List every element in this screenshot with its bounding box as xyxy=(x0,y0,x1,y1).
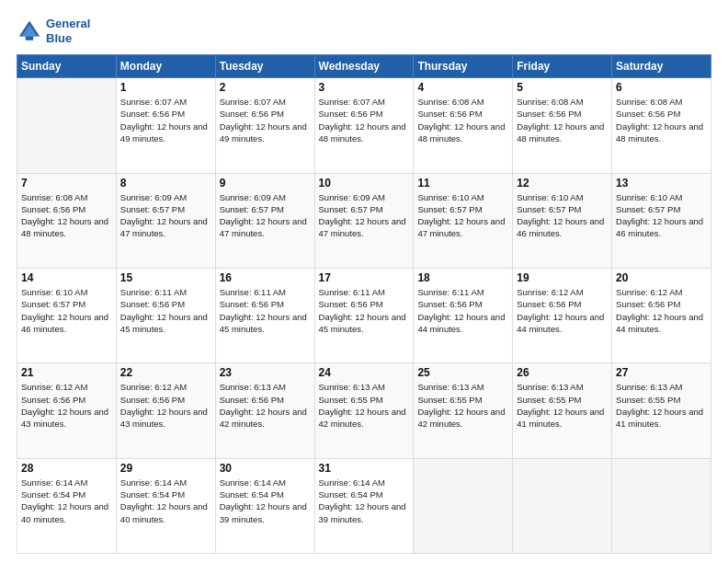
day-number: 28 xyxy=(21,462,112,475)
calendar-cell: 20Sunrise: 6:12 AM Sunset: 6:56 PM Dayli… xyxy=(612,268,711,362)
calendar-cell: 3Sunrise: 6:07 AM Sunset: 6:56 PM Daylig… xyxy=(314,78,414,173)
calendar-header-row: SundayMondayTuesdayWednesdayThursdayFrid… xyxy=(17,55,711,78)
svg-rect-2 xyxy=(26,36,33,40)
calendar-cell: 25Sunrise: 6:13 AM Sunset: 6:55 PM Dayli… xyxy=(414,363,513,458)
cell-info: Sunrise: 6:10 AM Sunset: 6:57 PM Dayligh… xyxy=(417,191,508,240)
day-number: 27 xyxy=(616,366,707,379)
day-number: 19 xyxy=(517,271,608,284)
day-number: 21 xyxy=(21,366,112,379)
calendar-cell xyxy=(414,458,513,553)
logo-icon xyxy=(17,18,42,44)
calendar-week-row: 7Sunrise: 6:08 AM Sunset: 6:56 PM Daylig… xyxy=(17,173,711,268)
cell-info: Sunrise: 6:13 AM Sunset: 6:56 PM Dayligh… xyxy=(220,381,311,430)
day-number: 3 xyxy=(319,81,410,94)
cell-info: Sunrise: 6:11 AM Sunset: 6:56 PM Dayligh… xyxy=(220,286,311,335)
calendar-cell: 17Sunrise: 6:11 AM Sunset: 6:56 PM Dayli… xyxy=(314,268,414,362)
cell-info: Sunrise: 6:12 AM Sunset: 6:56 PM Dayligh… xyxy=(517,286,608,335)
calendar-cell: 29Sunrise: 6:14 AM Sunset: 6:54 PM Dayli… xyxy=(116,458,215,553)
cell-info: Sunrise: 6:09 AM Sunset: 6:57 PM Dayligh… xyxy=(220,191,311,240)
calendar-header-cell: Saturday xyxy=(612,55,711,78)
day-number: 31 xyxy=(319,462,410,475)
calendar-cell: 6Sunrise: 6:08 AM Sunset: 6:56 PM Daylig… xyxy=(612,78,711,173)
page: General Blue SundayMondayTuesdayWednesda… xyxy=(0,0,728,563)
calendar-cell: 13Sunrise: 6:10 AM Sunset: 6:57 PM Dayli… xyxy=(612,173,711,268)
day-number: 13 xyxy=(616,177,707,190)
calendar-cell: 27Sunrise: 6:13 AM Sunset: 6:55 PM Dayli… xyxy=(612,363,711,458)
calendar-header-cell: Sunday xyxy=(17,55,117,78)
day-number: 5 xyxy=(517,81,608,94)
cell-info: Sunrise: 6:07 AM Sunset: 6:56 PM Dayligh… xyxy=(319,96,410,144)
calendar-header-cell: Tuesday xyxy=(215,55,314,78)
day-number: 8 xyxy=(120,177,211,190)
calendar-header-cell: Wednesday xyxy=(314,55,414,78)
calendar-cell: 26Sunrise: 6:13 AM Sunset: 6:55 PM Dayli… xyxy=(513,363,612,458)
cell-info: Sunrise: 6:14 AM Sunset: 6:54 PM Dayligh… xyxy=(319,477,410,525)
cell-info: Sunrise: 6:14 AM Sunset: 6:54 PM Dayligh… xyxy=(21,477,112,525)
cell-info: Sunrise: 6:10 AM Sunset: 6:57 PM Dayligh… xyxy=(21,286,112,335)
calendar-cell: 10Sunrise: 6:09 AM Sunset: 6:57 PM Dayli… xyxy=(314,173,414,268)
calendar-cell: 21Sunrise: 6:12 AM Sunset: 6:56 PM Dayli… xyxy=(17,363,117,458)
calendar-cell: 30Sunrise: 6:14 AM Sunset: 6:54 PM Dayli… xyxy=(215,458,314,553)
calendar-cell: 8Sunrise: 6:09 AM Sunset: 6:57 PM Daylig… xyxy=(116,173,215,268)
day-number: 4 xyxy=(417,81,508,94)
calendar-cell xyxy=(17,78,117,173)
day-number: 18 xyxy=(417,271,508,284)
cell-info: Sunrise: 6:07 AM Sunset: 6:56 PM Dayligh… xyxy=(220,96,311,144)
day-number: 23 xyxy=(220,366,311,379)
cell-info: Sunrise: 6:13 AM Sunset: 6:55 PM Dayligh… xyxy=(517,381,608,430)
calendar-cell: 2Sunrise: 6:07 AM Sunset: 6:56 PM Daylig… xyxy=(215,78,314,173)
cell-info: Sunrise: 6:08 AM Sunset: 6:56 PM Dayligh… xyxy=(21,191,112,240)
header: General Blue xyxy=(17,17,711,45)
calendar-cell: 24Sunrise: 6:13 AM Sunset: 6:55 PM Dayli… xyxy=(314,363,414,458)
day-number: 15 xyxy=(120,271,211,284)
day-number: 10 xyxy=(319,177,410,190)
cell-info: Sunrise: 6:13 AM Sunset: 6:55 PM Dayligh… xyxy=(417,381,508,430)
cell-info: Sunrise: 6:13 AM Sunset: 6:55 PM Dayligh… xyxy=(319,381,410,430)
cell-info: Sunrise: 6:14 AM Sunset: 6:54 PM Dayligh… xyxy=(120,477,211,525)
day-number: 30 xyxy=(220,462,311,475)
logo-blue: Blue xyxy=(46,31,72,45)
calendar-cell: 23Sunrise: 6:13 AM Sunset: 6:56 PM Dayli… xyxy=(215,363,314,458)
calendar-cell: 18Sunrise: 6:11 AM Sunset: 6:56 PM Dayli… xyxy=(414,268,513,362)
day-number: 9 xyxy=(220,177,311,190)
day-number: 25 xyxy=(417,366,508,379)
day-number: 6 xyxy=(616,81,707,94)
calendar-cell: 12Sunrise: 6:10 AM Sunset: 6:57 PM Dayli… xyxy=(513,173,612,268)
calendar-cell: 5Sunrise: 6:08 AM Sunset: 6:56 PM Daylig… xyxy=(513,78,612,173)
day-number: 24 xyxy=(319,366,410,379)
day-number: 14 xyxy=(21,271,112,284)
day-number: 2 xyxy=(220,81,311,94)
calendar-cell: 4Sunrise: 6:08 AM Sunset: 6:56 PM Daylig… xyxy=(414,78,513,173)
calendar-header-cell: Thursday xyxy=(414,55,513,78)
cell-info: Sunrise: 6:11 AM Sunset: 6:56 PM Dayligh… xyxy=(319,286,410,335)
cell-info: Sunrise: 6:08 AM Sunset: 6:56 PM Dayligh… xyxy=(616,96,707,144)
calendar-week-row: 1Sunrise: 6:07 AM Sunset: 6:56 PM Daylig… xyxy=(17,78,711,173)
calendar-cell: 22Sunrise: 6:12 AM Sunset: 6:56 PM Dayli… xyxy=(116,363,215,458)
calendar-header-cell: Friday xyxy=(513,55,612,78)
cell-info: Sunrise: 6:14 AM Sunset: 6:54 PM Dayligh… xyxy=(220,477,311,525)
calendar-header-cell: Monday xyxy=(116,55,215,78)
cell-info: Sunrise: 6:07 AM Sunset: 6:56 PM Dayligh… xyxy=(120,96,211,144)
logo: General Blue xyxy=(17,17,90,45)
cell-info: Sunrise: 6:12 AM Sunset: 6:56 PM Dayligh… xyxy=(21,381,112,430)
logo-general: General xyxy=(46,17,90,30)
calendar-cell: 16Sunrise: 6:11 AM Sunset: 6:56 PM Dayli… xyxy=(215,268,314,362)
calendar-cell: 15Sunrise: 6:11 AM Sunset: 6:56 PM Dayli… xyxy=(116,268,215,362)
calendar-cell xyxy=(612,458,711,553)
calendar-cell: 31Sunrise: 6:14 AM Sunset: 6:54 PM Dayli… xyxy=(314,458,414,553)
calendar-cell: 1Sunrise: 6:07 AM Sunset: 6:56 PM Daylig… xyxy=(116,78,215,173)
calendar-week-row: 28Sunrise: 6:14 AM Sunset: 6:54 PM Dayli… xyxy=(17,458,711,553)
cell-info: Sunrise: 6:12 AM Sunset: 6:56 PM Dayligh… xyxy=(120,381,211,430)
calendar: SundayMondayTuesdayWednesdayThursdayFrid… xyxy=(17,54,711,554)
calendar-cell: 19Sunrise: 6:12 AM Sunset: 6:56 PM Dayli… xyxy=(513,268,612,362)
day-number: 11 xyxy=(417,177,508,190)
day-number: 20 xyxy=(616,271,707,284)
calendar-cell: 11Sunrise: 6:10 AM Sunset: 6:57 PM Dayli… xyxy=(414,173,513,268)
calendar-week-row: 21Sunrise: 6:12 AM Sunset: 6:56 PM Dayli… xyxy=(17,363,711,458)
calendar-week-row: 14Sunrise: 6:10 AM Sunset: 6:57 PM Dayli… xyxy=(17,268,711,362)
day-number: 7 xyxy=(21,177,112,190)
day-number: 17 xyxy=(319,271,410,284)
cell-info: Sunrise: 6:11 AM Sunset: 6:56 PM Dayligh… xyxy=(417,286,508,335)
day-number: 26 xyxy=(517,366,608,379)
calendar-cell: 9Sunrise: 6:09 AM Sunset: 6:57 PM Daylig… xyxy=(215,173,314,268)
